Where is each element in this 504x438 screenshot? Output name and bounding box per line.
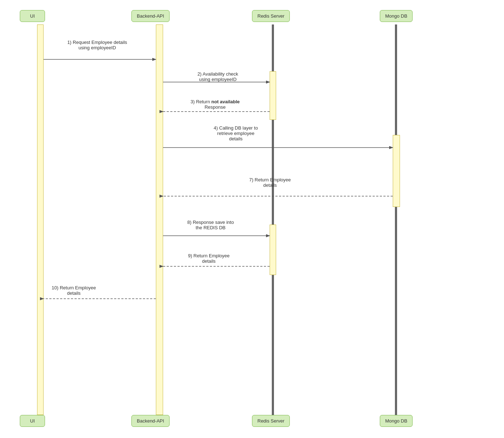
actor-mongo-bottom: Mongo DB bbox=[380, 415, 413, 427]
sequence-diagram: UI Backend-API Redis Server Mongo DB UI … bbox=[0, 0, 504, 438]
arrows-svg bbox=[0, 0, 504, 438]
activation-redis-1 bbox=[270, 71, 276, 120]
actor-mongo-top: Mongo DB bbox=[380, 10, 413, 22]
label-msg4: 4) Calling DB layer toretrieve employeed… bbox=[191, 125, 281, 141]
lifeline-backend bbox=[156, 24, 163, 415]
label-msg7: 7) Return Employeedetails bbox=[230, 177, 310, 188]
actor-backend-bottom: Backend-API bbox=[131, 415, 170, 427]
label-msg10: 10) Return Employeedetails bbox=[36, 285, 112, 296]
actor-redis-bottom: Redis Server bbox=[252, 415, 290, 427]
actor-redis-top: Redis Server bbox=[252, 10, 290, 22]
lifeline-mongo-thin bbox=[395, 24, 397, 415]
actor-ui-top: UI bbox=[20, 10, 45, 22]
actor-backend-top: Backend-API bbox=[131, 10, 170, 22]
label-msg2: 2) Availability checkusing employeeID bbox=[176, 71, 259, 82]
label-msg8: 8) Response save intothe REDIS DB bbox=[166, 220, 256, 230]
label-msg9: 9) Return Employeedetails bbox=[167, 253, 250, 264]
label-msg3: 3) Return not availableResponse bbox=[171, 99, 259, 110]
lifeline-ui bbox=[37, 24, 44, 415]
actor-ui-bottom: UI bbox=[20, 415, 45, 427]
activation-mongo-1 bbox=[393, 135, 400, 207]
label-msg1: 1) Request Employee detailsusing employe… bbox=[50, 40, 144, 50]
activation-redis-2 bbox=[270, 225, 276, 275]
